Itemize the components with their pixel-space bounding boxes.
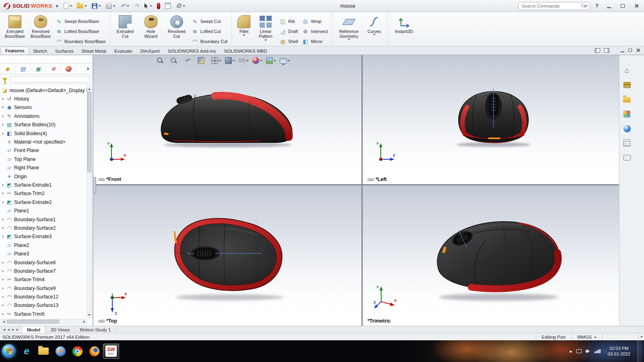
clock[interactable]: 02:03 PM 03-01-2022 [605,346,634,357]
toolbar-expand-icon[interactable] [56,4,58,8]
viewport-top[interactable]: X Z *Top [93,185,361,326]
lofted-cut-button[interactable]: Lofted Cut [190,26,229,36]
solidworks-taskbar-button[interactable]: SW 2017 [103,343,119,359]
maximize-button[interactable] [617,2,628,10]
reference-geometry-button[interactable]: Reference Geometry [335,14,363,41]
tree-item[interactable]: Origin [0,172,88,181]
hole-wizard-button[interactable]: Hole Wizard [138,14,163,39]
instant3d-button[interactable]: Instant3D [390,14,418,34]
tree-item[interactable]: Material <not specified> [0,138,88,146]
expand-arrow-icon[interactable] [2,313,4,315]
commandmanager-tab[interactable]: SOLIDWORKS Add-Ins [164,47,220,55]
expand-arrow-icon[interactable] [2,278,4,281]
expand-arrow-icon[interactable] [2,106,4,109]
expand-arrow-icon[interactable] [2,270,4,272]
expand-arrow-icon[interactable] [2,184,4,186]
tree-item[interactable]: Boundary-Surface9 [0,284,88,292]
first-tab-button[interactable] [3,329,5,331]
model-tab[interactable]: Motion Study 1 [75,326,116,333]
undo-button[interactable] [118,2,131,10]
tree-item[interactable]: Boundary-Surface12 [0,292,88,301]
chevron-down-icon[interactable] [585,5,588,7]
pane-layout-left-icon[interactable] [595,48,600,53]
expand-arrow-icon[interactable] [2,132,4,135]
options-button[interactable] [173,2,187,10]
viewport-front[interactable]: Y X *Front [93,55,361,184]
expand-pane-chevron-icon[interactable] [87,67,89,70]
commandmanager-tab[interactable]: Sheet Metal [78,47,110,55]
tree-root-item[interactable]: mouse (Default<<Default>_Display S [0,86,88,95]
shell-button[interactable]: Shell [278,36,299,46]
expand-arrow-icon[interactable] [2,235,4,238]
statusbar-expand-icon[interactable] [638,333,644,340]
tree-item[interactable]: Top Plane [0,155,88,163]
tree-item[interactable]: Boundary-Surface7 [0,267,88,275]
evaluate-sheet-button[interactable] [163,2,173,10]
tree-item[interactable]: Right Plane [0,164,88,172]
tree-item[interactable]: Surface-Extrude2 [0,198,88,206]
firefox-button[interactable] [86,343,102,359]
draft-button[interactable]: Draft [278,26,299,36]
commandmanager-tab[interactable]: Sketch [29,47,51,55]
model-tab[interactable]: 3D Views [45,326,75,333]
doc-restore-button[interactable] [628,49,632,52]
next-tab-button[interactable] [12,329,14,331]
tree-item[interactable]: Surface-Extrude1 [0,181,88,189]
tree-item[interactable]: Front Plane [0,146,88,155]
network-icon[interactable] [594,349,601,353]
extruded-boss-base-button[interactable]: Extruded Boss/Base [2,14,27,39]
search-commands-box[interactable] [518,2,590,10]
fillet-button[interactable]: Fillet [234,14,254,37]
expand-arrow-icon[interactable] [2,123,4,126]
mirror-button[interactable]: Mirror [300,36,329,46]
intersect-button[interactable]: Intersect [300,26,329,36]
file-explorer-button[interactable] [35,343,52,359]
boundary-boss-base-button[interactable]: Boundary Boss/Base [54,36,107,46]
expand-arrow-icon[interactable] [2,296,4,298]
tree-item[interactable]: Surface-Trim5 [0,310,88,318]
viewport-left[interactable]: Y Z *Left [363,55,619,184]
units-selector[interactable]: MMGS [571,333,602,340]
expand-arrow-icon[interactable] [2,261,4,264]
search-input[interactable] [521,3,580,9]
display-tray-icon[interactable] [576,349,582,353]
tree-item[interactable]: Sensors [0,103,88,112]
media-player-button[interactable] [52,343,68,359]
tree-item[interactable]: Boundary-Surface2 [0,224,88,232]
linear-pattern-button[interactable]: Linear Pattern [254,14,277,41]
scrollbar-thumb[interactable] [7,320,59,323]
curves-button[interactable]: Curves [364,14,385,36]
filter-funnel-icon[interactable] [2,78,7,81]
open-button[interactable] [75,2,89,10]
tree-item[interactable]: Surface-Trim2 [0,189,88,198]
print-button[interactable] [104,2,118,10]
tree-item[interactable]: Plane2 [0,241,88,249]
tree-item[interactable]: Boundary-Surface13 [0,301,88,310]
scroll-up-button[interactable] [87,86,91,91]
model-tab[interactable]: Model [22,326,45,333]
last-tab-button[interactable] [17,329,19,331]
scroll-right-button[interactable] [82,321,87,323]
close-button[interactable] [631,2,642,10]
commandmanager-tab[interactable]: Evaluate [110,47,136,55]
doc-close-button[interactable] [636,48,640,52]
rib-button[interactable]: Rib [278,16,299,26]
viewport-trimetric[interactable]: Y X Z *Trimetric [363,185,619,326]
lofted-boss-base-button[interactable]: Lofted Boss/Base [54,26,107,36]
tree-item[interactable]: History [0,95,88,103]
expand-arrow-icon[interactable] [2,192,4,195]
save-button[interactable] [90,2,103,10]
help-button[interactable]: ? [593,3,601,9]
tree-horizontal-scrollbar[interactable] [1,319,87,324]
tree-vertical-scrollbar[interactable] [87,86,92,318]
wrap-button[interactable]: Wrap [300,16,329,26]
select-button[interactable] [142,2,154,10]
tree-item[interactable]: Annotations [0,112,88,120]
tree-item[interactable]: Surface-Trim4 [0,276,88,284]
minimize-button[interactable] [604,2,614,10]
commandmanager-tab[interactable]: Surfaces [51,47,77,55]
expand-arrow-icon[interactable] [2,227,4,229]
commandmanager-tab[interactable]: Features [1,47,29,55]
internet-explorer-button[interactable] [19,343,35,359]
tree-item[interactable]: Plane3 [0,249,88,258]
